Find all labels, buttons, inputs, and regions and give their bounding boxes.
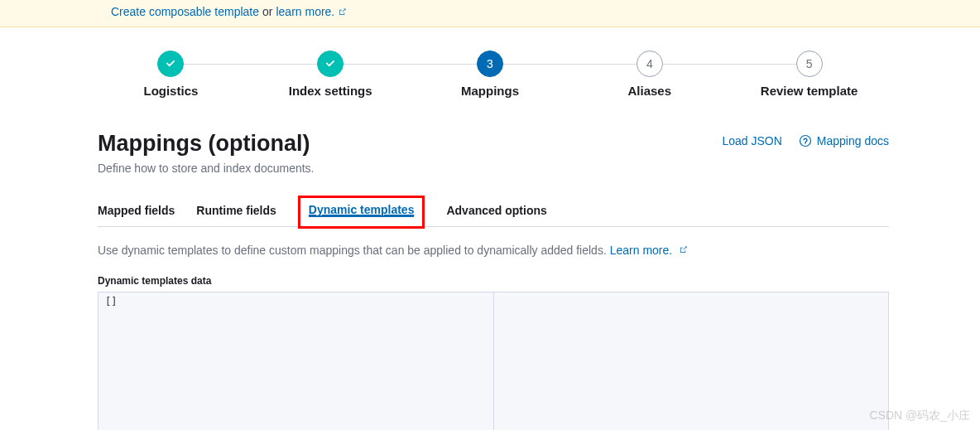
check-icon — [165, 58, 176, 70]
banner-or-text: or — [262, 5, 272, 18]
page-subtitle: Define how to store and index documents. — [98, 162, 315, 175]
tab-advanced-options[interactable]: Advanced options — [446, 196, 546, 226]
page-title: Mappings (optional) — [98, 131, 315, 157]
wizard-stepper: Logistics Index settings 3 Mappings 4 Al… — [91, 51, 889, 98]
step-circle-done — [317, 51, 343, 77]
tab-description: Use dynamic templates to define custom m… — [98, 244, 889, 257]
learn-more-link[interactable]: learn more. — [276, 5, 334, 18]
load-json-button[interactable]: Load JSON — [722, 134, 781, 147]
mapping-docs-link[interactable]: Mapping docs — [799, 134, 889, 147]
code-editor[interactable]: [] — [98, 292, 889, 430]
step-mappings[interactable]: 3 Mappings — [411, 51, 570, 98]
tab-runtime-fields[interactable]: Runtime fields — [196, 196, 276, 226]
learn-more-link[interactable]: Learn more. — [610, 244, 672, 257]
svg-point-0 — [800, 136, 810, 147]
info-banner: Create composable template or learn more… — [0, 0, 980, 27]
step-index-settings[interactable]: Index settings — [251, 51, 411, 98]
step-circle-pending: 5 — [796, 51, 823, 77]
editor-left-pane[interactable]: [] — [98, 292, 493, 430]
step-circle-done — [157, 51, 184, 77]
check-icon — [324, 58, 336, 70]
highlight-box: Dynamic templates — [298, 196, 425, 229]
step-label: Aliases — [628, 84, 672, 98]
external-link-icon — [338, 7, 347, 17]
step-label: Review template — [761, 84, 858, 98]
step-review-template[interactable]: 5 Review template — [729, 51, 889, 98]
tab-mapped-fields[interactable]: Mapped fields — [98, 196, 175, 226]
step-circle-pending: 4 — [637, 51, 663, 77]
help-icon — [799, 134, 812, 147]
external-link-icon — [679, 245, 688, 254]
step-label: Index settings — [289, 84, 372, 98]
create-composable-template-link[interactable]: Create composable template — [111, 5, 259, 18]
tabs: Mapped fields Runtime fields Dynamic tem… — [98, 196, 889, 227]
mapping-docs-label: Mapping docs — [817, 134, 889, 147]
editor-right-pane[interactable] — [493, 292, 889, 430]
step-aliases[interactable]: 4 Aliases — [569, 51, 729, 98]
step-label: Mappings — [461, 84, 519, 98]
step-logistics[interactable]: Logistics — [91, 51, 251, 98]
step-circle-active: 3 — [477, 51, 503, 77]
tab-dynamic-templates[interactable]: Dynamic templates — [309, 203, 415, 216]
editor-label: Dynamic templates data — [98, 275, 889, 287]
step-label: Logistics — [143, 84, 198, 98]
